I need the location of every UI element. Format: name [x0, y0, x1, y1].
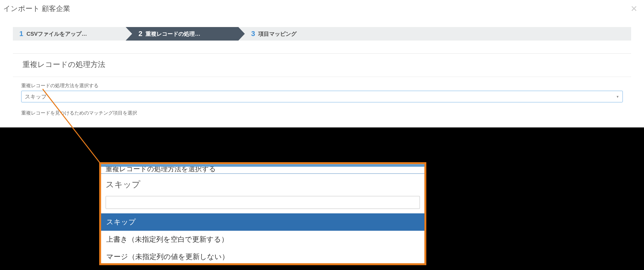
step-label: 項目マッピング: [258, 30, 297, 38]
select-value: スキップ: [25, 93, 47, 100]
close-icon[interactable]: ✕: [630, 4, 638, 14]
dropdown-option-overwrite[interactable]: 上書き（未指定列を空白で更新する）: [101, 231, 424, 248]
step-number: 2: [138, 30, 142, 38]
form-area: 重複レコードの処理方法を選択する スキップ ▼ 重複レコードを見つけるためのマッ…: [13, 77, 631, 116]
step-number: 3: [251, 30, 255, 38]
dialog-title: インポート 顧客企業: [3, 4, 641, 14]
callout-header-cut: 重複レコードの処理方法を選択する: [101, 167, 424, 174]
duplicate-handling-panel: 重複レコードの処理方法 重複レコードの処理方法を選択する スキップ ▼ 重複レコ…: [13, 53, 631, 116]
dropdown-option-merge[interactable]: マージ（未指定列の値を更新しない）: [101, 248, 424, 265]
step-label: 重複レコードの処理…: [146, 30, 200, 38]
step-label: CSVファイルをアップ…: [26, 30, 87, 38]
wizard-step-1[interactable]: 1 CSVファイルをアップ…: [13, 27, 126, 41]
matching-fields-label: 重複レコードを見つけるためのマッチング項目を選択: [21, 110, 623, 116]
step-number: 1: [19, 30, 23, 38]
wizard-steps: 1 CSVファイルをアップ… 2 重複レコードの処理… 3 項目マッピング: [13, 27, 631, 41]
chevron-right-icon: [345, 27, 351, 41]
chevron-right-icon: [126, 27, 132, 41]
wizard-step-3[interactable]: 3 項目マッピング: [238, 27, 345, 41]
panel-title: 重複レコードの処理方法: [13, 54, 631, 77]
dropdown-search-input[interactable]: [106, 196, 420, 209]
dialog-header: インポート 顧客企業 ✕: [0, 0, 644, 17]
duplicate-action-select[interactable]: スキップ ▼: [21, 91, 623, 102]
select-label: 重複レコードの処理方法を選択する: [21, 83, 623, 89]
callout-strip: [101, 164, 424, 167]
wizard-step-2[interactable]: 2 重複レコードの処理…: [126, 27, 238, 41]
dropdown-option-skip[interactable]: スキップ: [101, 213, 424, 231]
caret-down-icon: ▼: [616, 95, 619, 98]
dropdown-selected-value: スキップ: [101, 174, 424, 196]
chevron-right-icon: [238, 27, 245, 41]
dropdown-callout: 重複レコードの処理方法を選択する スキップ スキップ 上書き（未指定列を空白で更…: [99, 162, 426, 265]
